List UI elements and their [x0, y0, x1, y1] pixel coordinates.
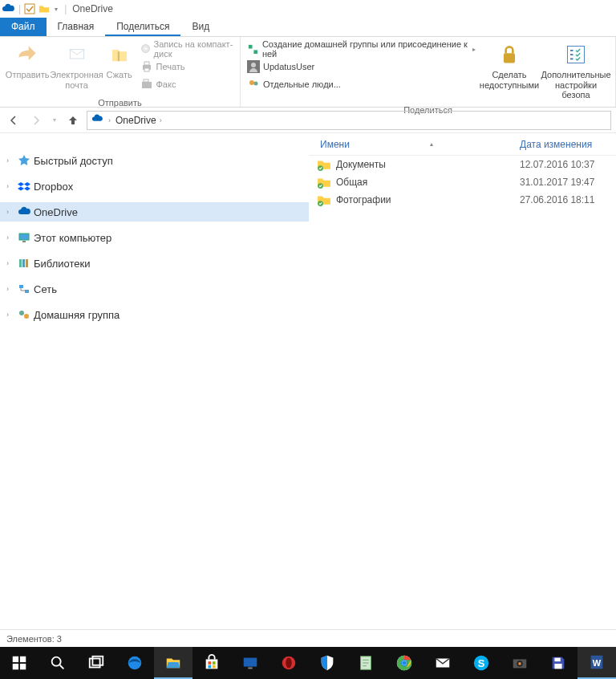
list-item[interactable]: Фотографии 27.06.2016 18:11 [309, 191, 616, 209]
address-field[interactable]: › OneDrive› [87, 111, 611, 130]
up-button[interactable] [64, 112, 82, 129]
titlebar: | ▾ | OneDrive [0, 0, 616, 18]
word-icon[interactable]: W [578, 647, 616, 679]
library-icon [18, 257, 30, 270]
chevron-right-icon[interactable]: › [6, 182, 14, 190]
defender-icon[interactable] [308, 647, 346, 679]
list-item[interactable]: Документы 12.07.2016 10:37 [309, 156, 616, 173]
tree-network[interactable]: › Сеть [0, 279, 309, 299]
tree-dropbox[interactable]: › Dropbox [0, 177, 309, 196]
svg-rect-23 [19, 285, 23, 288]
window-title: OneDrive [72, 3, 113, 14]
svg-point-58 [518, 662, 521, 665]
column-name[interactable]: Имени ▴ [309, 139, 520, 150]
chevron-right-icon[interactable]: › [6, 259, 14, 267]
sort-ascending-icon: ▴ [430, 140, 433, 148]
save-disk-icon[interactable] [539, 647, 578, 679]
svg-text:W: W [593, 658, 602, 668]
chevron-right-icon[interactable]: › [6, 285, 14, 293]
mail-icon[interactable] [424, 647, 462, 679]
monitor-app-icon[interactable] [231, 647, 270, 679]
tree-homegroup[interactable]: › Домашняя группа [0, 305, 309, 324]
lock-icon [496, 42, 522, 67]
items-count: 3 [57, 634, 62, 644]
svg-rect-10 [249, 44, 253, 48]
tab-share[interactable]: Поделиться [105, 18, 180, 36]
column-headers: Имени ▴ Дата изменения [309, 133, 616, 156]
svg-rect-6 [144, 62, 149, 65]
specific-people-label: Отдельные люди... [263, 79, 341, 89]
svg-rect-38 [206, 659, 218, 669]
svg-point-26 [24, 314, 29, 319]
svg-rect-19 [22, 241, 26, 242]
folder-synced-icon [317, 175, 331, 189]
chevron-right-icon[interactable]: › [6, 208, 14, 216]
fax-icon [140, 78, 153, 91]
notepad-icon[interactable] [346, 647, 385, 679]
svg-point-46 [286, 658, 291, 669]
check-icon[interactable] [23, 2, 36, 15]
chevron-right-icon[interactable]: › [6, 157, 14, 165]
task-view-button[interactable] [77, 647, 116, 679]
email-button[interactable]: Электронная почта [50, 40, 103, 90]
stop-sharing-label: Сделать недоступными [480, 70, 539, 90]
fax-button[interactable]: Факс [139, 75, 236, 93]
user-icon [247, 60, 260, 73]
svg-rect-11 [253, 50, 257, 54]
recent-dropdown-icon[interactable]: ▾ [50, 112, 59, 129]
svg-rect-41 [208, 665, 211, 669]
svg-rect-7 [144, 68, 149, 71]
envelope-icon [64, 42, 90, 67]
svg-rect-40 [213, 661, 216, 665]
opera-icon[interactable] [270, 647, 308, 679]
zip-icon [107, 42, 132, 67]
camera-icon[interactable] [500, 647, 539, 679]
onedrive-cloud-icon [2, 2, 14, 15]
tab-file[interactable]: Файл [0, 18, 47, 36]
edge-icon[interactable] [116, 647, 154, 679]
chrome-icon[interactable] [385, 647, 424, 679]
svg-rect-44 [248, 668, 253, 669]
list-item[interactable]: Общая 31.01.2017 19:47 [309, 173, 616, 191]
store-icon[interactable] [192, 647, 231, 679]
svg-rect-17 [568, 47, 585, 63]
tab-home[interactable]: Главная [47, 18, 106, 36]
chevron-right-icon[interactable]: › [6, 311, 14, 319]
email-label: Электронная почта [50, 70, 103, 90]
chevron-right-icon[interactable]: › [108, 116, 111, 124]
svg-rect-32 [13, 664, 18, 669]
tab-view[interactable]: Вид [180, 18, 221, 36]
homegroup-create-button[interactable]: Создание домашней группы или присоединен… [245, 40, 477, 58]
dropdown-icon[interactable]: ▾ [52, 2, 60, 15]
svg-rect-43 [244, 658, 257, 667]
svg-rect-35 [90, 659, 100, 668]
compress-button[interactable]: Сжать [103, 40, 136, 80]
svg-rect-2 [117, 51, 119, 61]
column-date[interactable]: Дата изменения [520, 139, 616, 150]
stop-sharing-button[interactable]: Сделать недоступными [477, 40, 541, 90]
svg-rect-20 [19, 259, 22, 267]
chevron-right-icon[interactable]: › [6, 234, 14, 242]
start-button[interactable] [0, 647, 38, 679]
send-button[interactable]: Отправить [5, 40, 50, 80]
search-button[interactable] [38, 647, 77, 679]
back-button[interactable] [5, 112, 22, 129]
chevron-right-icon[interactable]: › [160, 116, 162, 124]
advanced-security-button[interactable]: Дополнительные настройки безопа [541, 40, 610, 100]
specific-people-button[interactable]: Отдельные люди... [245, 75, 477, 93]
separator: | [64, 3, 67, 14]
folder-icon [38, 2, 51, 15]
tree-this-pc[interactable]: › Этот компьютер [0, 228, 309, 247]
tree-quick-access[interactable]: › Быстрый доступ [0, 151, 309, 170]
updatus-user-button[interactable]: UpdatusUser [245, 58, 477, 75]
main-content: › Быстрый доступ › Dropbox › OneDrive › … [0, 133, 616, 629]
explorer-icon[interactable] [154, 647, 192, 679]
forward-button[interactable] [27, 112, 45, 129]
skype-icon[interactable]: S [462, 647, 500, 679]
print-button[interactable]: Печать [139, 58, 236, 75]
breadcrumb-onedrive[interactable]: OneDrive› [116, 115, 164, 126]
burn-disc-button[interactable]: Запись на компакт-диск [139, 40, 236, 58]
tree-onedrive[interactable]: › OneDrive [0, 202, 309, 222]
send-label: Отправить [6, 70, 50, 80]
tree-libraries[interactable]: › Библиотеки [0, 254, 309, 273]
